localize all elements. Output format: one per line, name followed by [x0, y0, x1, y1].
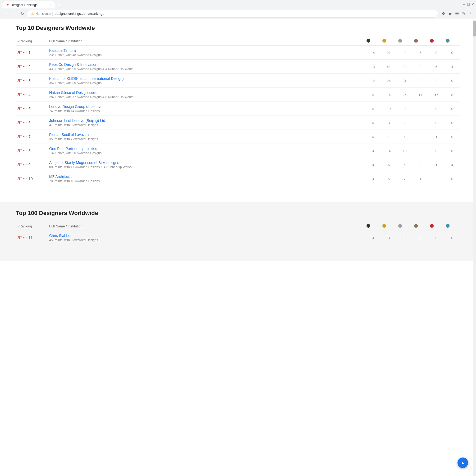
num-col-3: 0 [413, 231, 428, 245]
rank-cell: R° ✦ # 1 [16, 46, 48, 60]
num-col-3: 0 [413, 130, 428, 144]
num-col-0: 4 [365, 116, 381, 130]
window-close-icon[interactable]: × [472, 2, 474, 6]
rank-star-icon: ✦ [23, 121, 25, 124]
designer-link[interactable]: Asbjoerk Stanly Mogensen of Biikedezigns [49, 161, 363, 165]
scrollbar-thumb[interactable] [473, 21, 476, 36]
designer-link[interactable]: Chris Slabber [49, 234, 363, 238]
num-col-2: 8 [397, 46, 413, 60]
rank-star-icon: ✦ [23, 163, 25, 166]
designer-link[interactable]: MZ Architects [49, 175, 363, 179]
table-header-row: #Ranking Full Name / Institution [16, 37, 460, 46]
designer-link[interactable]: Katsumi Tamura [49, 48, 363, 53]
forward-button[interactable]: → [11, 10, 18, 17]
num-col-2: 28 [397, 60, 413, 74]
designer-points: 236 Points, with 48 Awarded Designs. [49, 53, 363, 57]
num-col-2: 25 [397, 88, 413, 102]
designer-link[interactable]: Lenovo Design Group of Lenovo [49, 104, 363, 109]
num-col-3: 3 [413, 144, 428, 158]
num-col-0: 3 [365, 231, 381, 245]
back-button[interactable]: ← [2, 10, 10, 17]
table-row: R° ✦ # 2 PepsiCo Design & Innovation 438… [16, 60, 460, 74]
num-col-2: 0 [397, 102, 413, 116]
table-row: R° ✦ # 7 Florian Seidl of Lavazza 35 Poi… [16, 130, 460, 144]
active-tab[interactable]: R° Designer Rankings × [2, 1, 55, 8]
table-row: R° ✦ # 11 Chris Slabber 45 Points, with … [16, 231, 460, 245]
col-header-teal [444, 37, 460, 46]
rank-number: 11 [29, 236, 33, 240]
num-col-1: 6 [381, 158, 397, 172]
tab-close-button[interactable]: × [49, 3, 52, 7]
rank-hash: # [26, 51, 28, 54]
rank-logo: R° [17, 65, 22, 69]
num-col-1: 14 [381, 88, 397, 102]
new-tab-button[interactable]: + [56, 2, 62, 8]
browser-action-1[interactable]: ☰ [454, 10, 460, 17]
num-col-0: 4 [365, 88, 381, 102]
designer-points: 438 Points, with 96 Awarded Designs & 4 … [49, 67, 363, 71]
top100-header-row: #Ranking Full Name / Institution [16, 222, 460, 231]
rank-number: 7 [29, 135, 31, 139]
rank-cell: R° ✦ # 2 [16, 60, 48, 74]
num-col-4: 0 [428, 116, 444, 130]
num-col-4: 0 [428, 102, 444, 116]
designer-name-cell: MZ Architects 78 Points, with 18 Awarded… [48, 172, 365, 186]
designer-link[interactable]: Florian Seidl of Lavazza [49, 132, 363, 137]
num-col-3: 17 [413, 88, 428, 102]
table-row: R° ✦ # 1 Katsumi Tamura 236 Points, with… [16, 46, 460, 60]
col-header-ranking: #Ranking [16, 37, 48, 46]
num-col-1: 3 [381, 116, 397, 130]
top100-silver-dot [398, 224, 402, 228]
browser-action-2[interactable]: ✎ [461, 10, 466, 17]
num-col-5: 8 [444, 88, 460, 102]
rank-star-icon: ✦ [23, 51, 25, 54]
designer-link[interactable]: One Plus Partnership Limited [49, 147, 363, 151]
top100-red-dot [430, 224, 434, 228]
designer-link[interactable]: Kris Lin of KLID(Kris Lin International … [49, 76, 363, 81]
designer-link[interactable]: Hakan Gürsu of Designnobis [49, 90, 363, 95]
num-col-5: 0 [444, 46, 460, 60]
num-col-0: 4 [365, 130, 381, 144]
rank-number: 1 [29, 51, 31, 55]
rank-logo: R° [17, 93, 22, 97]
num-col-3: 8 [413, 60, 428, 74]
rank-star-icon: ✦ [23, 149, 25, 152]
col-header-gold [381, 37, 397, 46]
num-col-4: 2 [428, 172, 444, 186]
num-col-0: 4 [365, 102, 381, 116]
browser-chrome: R° Designer Rankings × + – □ × ← → ↻ ⚠ N… [0, 0, 476, 19]
window-minimize-icon[interactable]: – [463, 2, 465, 6]
table-row: R° ✦ # 5 Lenovo Design Group of Lenovo 7… [16, 102, 460, 116]
refresh-button[interactable]: ↻ [19, 10, 26, 17]
window-restore-icon[interactable]: □ [467, 2, 469, 6]
num-col-4: 0 [428, 46, 444, 60]
top100-gold-dot [382, 224, 386, 228]
num-col-1: 1 [381, 130, 397, 144]
rank-hash: # [26, 79, 28, 82]
rank-logo: R° [17, 107, 22, 111]
rank-hash: # [26, 177, 28, 180]
num-col-2: 3 [397, 231, 413, 245]
num-col-4: 5 [428, 60, 444, 74]
top100-col-black [365, 222, 381, 231]
address-bar[interactable]: ⚠ Non sicuro | designerrankings.com/#ran… [27, 10, 438, 18]
top100-col-name: Full Name / Institution [48, 222, 365, 231]
more-menu-button[interactable]: ⋮ [468, 10, 474, 17]
designer-name-cell: Johnson Li of Lenovo (Beijing) Ltd. 47 P… [48, 116, 365, 130]
rank-star-icon: ✦ [23, 65, 25, 68]
rank-number: 2 [29, 65, 31, 69]
num-col-5: 0 [444, 74, 460, 88]
num-col-0: 3 [365, 144, 381, 158]
num-col-4: 2 [428, 74, 444, 88]
scrollbar[interactable] [473, 20, 476, 261]
designer-link[interactable]: PepsiCo Design & Innovation [49, 62, 363, 67]
col-header-name: Full Name / Institution [48, 37, 365, 46]
extensions-button[interactable]: ❖ [440, 10, 446, 17]
num-col-0: 12 [365, 74, 381, 88]
designer-link[interactable]: Johnson Li of Lenovo (Beijing) Ltd. [49, 118, 363, 123]
num-col-4: 17 [428, 88, 444, 102]
top100-black-dot [367, 224, 370, 228]
num-col-3: 5 [413, 46, 428, 60]
rank-star-icon: ✦ [23, 236, 25, 239]
bookmark-button[interactable]: ★ [447, 10, 453, 17]
